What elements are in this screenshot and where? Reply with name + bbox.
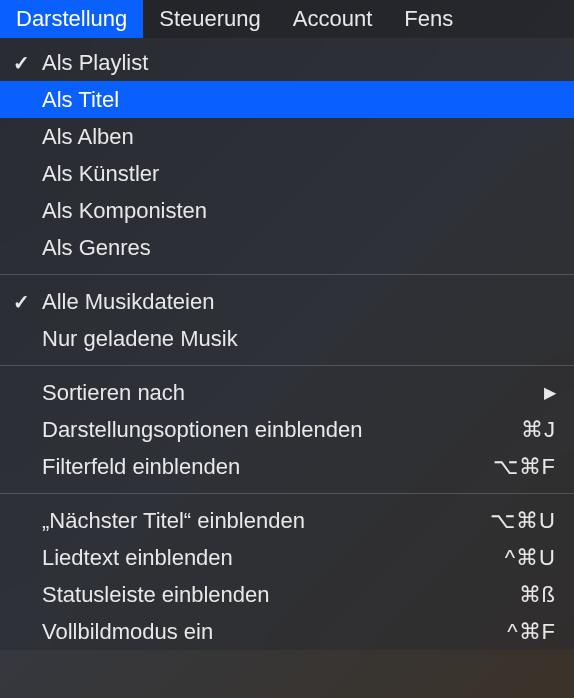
menu-item-sortieren-nach[interactable]: Sortieren nach ▶ <box>0 374 574 411</box>
menu-item-statusleiste[interactable]: Statusleiste einblenden ⌘ß <box>0 576 574 613</box>
shortcut-text: ⌥⌘F <box>493 454 556 480</box>
shortcut-text: ⌘ß <box>519 582 556 608</box>
menu-label: Statusleiste einblenden <box>42 582 519 608</box>
checkmark-icon: ✓ <box>13 51 30 75</box>
menu-item-als-titel[interactable]: Als Titel <box>0 81 574 118</box>
checkmark-icon: ✓ <box>13 290 30 314</box>
menu-label: Vollbildmodus ein <box>42 619 507 645</box>
menu-item-alle-musikdateien[interactable]: ✓ Alle Musikdateien <box>0 283 574 320</box>
menu-label: Als Genres <box>42 235 556 261</box>
menu-separator <box>0 365 574 366</box>
menu-label: Filterfeld einblenden <box>42 454 493 480</box>
shortcut-text: ⌥⌘U <box>490 508 556 534</box>
menu-label: Als Alben <box>42 124 556 150</box>
menubar: Darstellung Steuerung Account Fens <box>0 0 574 38</box>
menubar-item-fenster[interactable]: Fens <box>388 0 469 38</box>
menu-label: Alle Musikdateien <box>42 289 556 315</box>
menu-item-darstellungsoptionen[interactable]: Darstellungsoptionen einblenden ⌘J <box>0 411 574 448</box>
menu-item-filterfeld[interactable]: Filterfeld einblenden ⌥⌘F <box>0 448 574 485</box>
menu-item-als-playlist[interactable]: ✓ Als Playlist <box>0 44 574 81</box>
menubar-item-darstellung[interactable]: Darstellung <box>0 0 143 38</box>
menu-item-vollbildmodus[interactable]: Vollbildmodus ein ^⌘F <box>0 613 574 650</box>
menu-item-als-genres[interactable]: Als Genres <box>0 229 574 266</box>
menu-item-naechster-titel[interactable]: „Nächster Titel“ einblenden ⌥⌘U <box>0 502 574 539</box>
shortcut-text: ^⌘U <box>505 545 556 571</box>
menu-item-als-komponisten[interactable]: Als Komponisten <box>0 192 574 229</box>
check-column: ✓ <box>0 51 42 75</box>
menu-item-als-alben[interactable]: Als Alben <box>0 118 574 155</box>
menu-label: Darstellungsoptionen einblenden <box>42 417 521 443</box>
menu-item-nur-geladene-musik[interactable]: Nur geladene Musik <box>0 320 574 357</box>
menubar-item-account[interactable]: Account <box>277 0 389 38</box>
menubar-label: Steuerung <box>159 6 261 32</box>
dropdown-menu: ✓ Als Playlist Als Titel Als Alben Als K… <box>0 38 574 650</box>
menu-label: Als Titel <box>42 87 556 113</box>
menubar-label: Fens <box>404 6 453 32</box>
menu-label: Liedtext einblenden <box>42 545 505 571</box>
menu-label: Als Künstler <box>42 161 556 187</box>
menu-label: Als Komponisten <box>42 198 556 224</box>
menubar-label: Account <box>293 6 373 32</box>
menu-label: Nur geladene Musik <box>42 326 556 352</box>
shortcut-text: ^⌘F <box>507 619 556 645</box>
menubar-label: Darstellung <box>16 6 127 32</box>
menubar-item-steuerung[interactable]: Steuerung <box>143 0 277 38</box>
menu-separator <box>0 493 574 494</box>
menu-label: Als Playlist <box>42 50 556 76</box>
submenu-arrow-icon: ▶ <box>544 383 556 402</box>
menu-separator <box>0 274 574 275</box>
menu-label: Sortieren nach <box>42 380 544 406</box>
shortcut-text: ⌘J <box>521 417 556 443</box>
menu-item-als-kuenstler[interactable]: Als Künstler <box>0 155 574 192</box>
menu-label: „Nächster Titel“ einblenden <box>42 508 490 534</box>
menu-item-liedtext[interactable]: Liedtext einblenden ^⌘U <box>0 539 574 576</box>
check-column: ✓ <box>0 290 42 314</box>
